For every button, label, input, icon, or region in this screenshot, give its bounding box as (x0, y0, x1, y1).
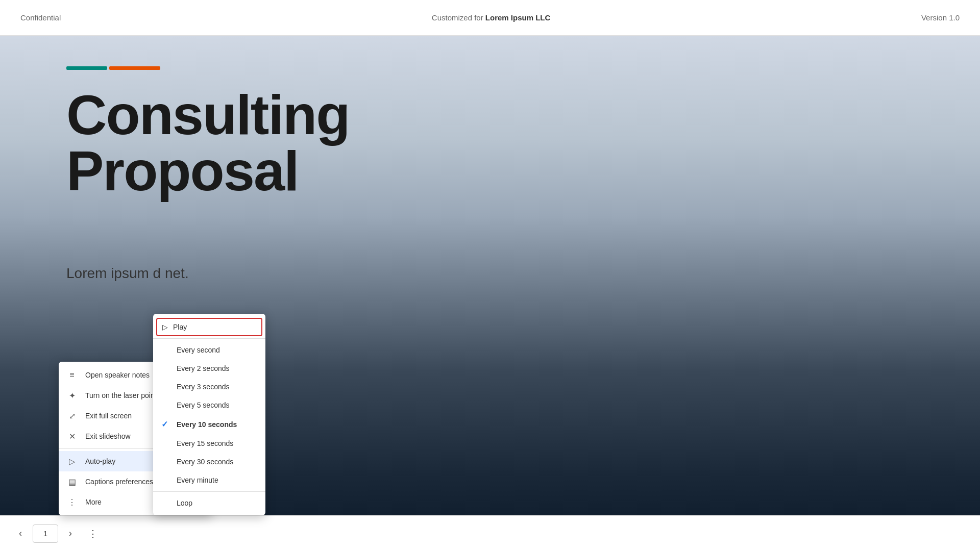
submenu-every-second[interactable]: Every second (153, 341, 265, 359)
loop-label: Loop (177, 499, 192, 507)
top-bar: Confidential Customized for Lorem Ipsum … (0, 0, 980, 36)
orange-line (109, 66, 160, 70)
heading-line1: Consulting (66, 87, 349, 143)
page-number: 1 (33, 524, 58, 543)
laser-pointer-icon: ✦ (67, 390, 77, 400)
speaker-notes-icon: ≡ (67, 370, 77, 380)
exit-fullscreen-icon: ⤢ (67, 411, 77, 421)
submenu-divider-2 (153, 491, 265, 492)
decorative-lines (66, 66, 160, 70)
captions-icon: ▤ (67, 477, 77, 487)
submenu-every-3[interactable]: Every 3 seconds (153, 378, 265, 396)
more-icon: ⋮ (67, 497, 77, 507)
exit-slideshow-icon: ✕ (67, 431, 77, 441)
bottom-nav: ‹ 1 › ⋮ (0, 515, 980, 551)
every-30-label: Every 30 seconds (177, 458, 233, 466)
customized-prefix: Customized for (432, 13, 485, 22)
submenu-play-item[interactable]: ▷ Play (156, 318, 262, 336)
submenu-loop[interactable]: Loop (153, 494, 265, 512)
every-minute-label: Every minute (177, 476, 218, 484)
prev-slide-button[interactable]: ‹ (10, 523, 31, 544)
every-10-label: Every 10 seconds (177, 420, 237, 429)
every-2-label: Every 2 seconds (177, 364, 230, 372)
next-slide-button[interactable]: › (60, 523, 81, 544)
customized-for-label: Customized for Lorem Ipsum LLC (432, 13, 551, 22)
main-heading: Consulting Proposal (66, 87, 349, 199)
autoplay-icon: ▷ (67, 456, 77, 466)
company-name: Lorem Ipsum LLC (485, 13, 551, 22)
submenu-every-15[interactable]: Every 15 seconds (153, 434, 265, 453)
autoplay-submenu: ▷ Play Every second Every 2 seconds Ever… (153, 314, 265, 515)
every-3-label: Every 3 seconds (177, 383, 230, 391)
submenu-every-2[interactable]: Every 2 seconds (153, 359, 265, 378)
more-options-button[interactable]: ⋮ (83, 523, 103, 544)
play-label: Play (173, 323, 187, 331)
submenu-every-30[interactable]: Every 30 seconds (153, 453, 265, 471)
teal-line (66, 66, 107, 70)
submenu-every-10[interactable]: ✓ Every 10 seconds (153, 414, 265, 434)
heading-line2: Proposal (66, 143, 349, 199)
every-5-label: Every 5 seconds (177, 401, 230, 409)
confidential-label: Confidential (20, 13, 61, 22)
version-label: Version 1.0 (921, 13, 960, 22)
submenu-divider (153, 338, 265, 339)
slide-subtitle: Lorem ipsum d net. (66, 265, 189, 282)
play-icon: ▷ (162, 323, 168, 331)
submenu-every-minute[interactable]: Every minute (153, 471, 265, 489)
submenu-every-5[interactable]: Every 5 seconds (153, 396, 265, 414)
exit-fullscreen-label: Exit full screen (85, 412, 160, 420)
check-icon: ✓ (161, 419, 172, 429)
every-second-label: Every second (177, 346, 220, 354)
every-15-label: Every 15 seconds (177, 439, 233, 447)
